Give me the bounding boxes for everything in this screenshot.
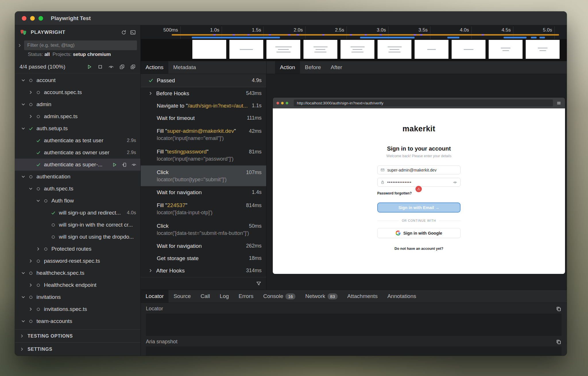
action-row-click[interactable]: Click107mslocator('button[type="submit"]… <box>141 165 266 186</box>
watch-all-icon[interactable] <box>108 64 114 70</box>
sidebar-item-auth-spec-ts[interactable]: auth.spec.ts <box>15 183 140 195</box>
filter-input[interactable] <box>24 40 137 50</box>
chevron-down-icon[interactable] <box>21 174 26 179</box>
chevron-right-icon[interactable] <box>28 258 33 264</box>
sidebar-item-account[interactable]: account <box>15 74 140 86</box>
chevron-right-icon[interactable] <box>28 307 33 312</box>
hamburger-menu-icon[interactable] <box>556 101 561 106</box>
open-external-icon[interactable] <box>558 61 567 74</box>
chevron-down-icon[interactable] <box>21 126 26 131</box>
chevron-down-icon[interactable] <box>21 295 26 300</box>
action-row-navigate-to[interactable]: Navigate to "/auth/sign-in?next=/aut...1… <box>141 100 266 112</box>
locator-editor[interactable] <box>146 313 562 336</box>
filmstrip-thumbnail[interactable] <box>341 40 374 59</box>
action-row-before-hooks[interactable]: Before Hooks543ms <box>141 87 266 100</box>
email-field[interactable]: super-admin@makerkit.dev <box>377 165 461 174</box>
action-row-get-storage-state[interactable]: Get storage state18ms <box>141 252 266 264</box>
sidebar-item-auth-setup-ts[interactable]: auth.setup.ts <box>15 122 140 135</box>
timeline-strip[interactable]: 500ms1.0s1.5s2.0s2.5s3.0s3.5s4.0s4.5s5.0… <box>141 25 567 61</box>
sidebar-item-healthcheck-endpoint[interactable]: Healthcheck endpoint <box>15 279 140 291</box>
sidebar-item-account-spec-ts[interactable]: account.spec.ts <box>15 86 140 98</box>
sidebar-item-auth-flow[interactable]: Auth flow <box>15 195 140 207</box>
tab-actions[interactable]: Actions <box>141 61 168 74</box>
chevron-down-icon[interactable] <box>36 198 41 203</box>
open-source-icon[interactable] <box>121 162 127 167</box>
sidebar-item-authenticate-as-test-user[interactable]: authenticate as test user2.9s <box>15 135 140 147</box>
tab-after[interactable]: After <box>326 61 347 74</box>
action-row-wait-for-timeout[interactable]: Wait for timeout111ms <box>141 112 266 124</box>
chevron-right-icon[interactable] <box>148 268 153 273</box>
tab-console[interactable]: Console16 <box>258 290 300 303</box>
watch-icon[interactable] <box>131 162 137 167</box>
tab-action[interactable]: Action <box>275 61 300 74</box>
signin-google-button[interactable]: Sign in with Google <box>377 228 461 238</box>
tab-network[interactable]: Network83 <box>300 290 342 303</box>
tab-errors[interactable]: Errors <box>234 290 258 303</box>
chevron-right-icon[interactable] <box>28 90 33 95</box>
filter-funnel-icon[interactable] <box>256 281 262 287</box>
sidebar-item-team-accounts[interactable]: team-accounts <box>15 315 140 327</box>
filmstrip-thumbnail[interactable] <box>229 40 263 59</box>
sidebar-item-authenticate-as-super[interactable]: authenticate as super-... <box>15 159 140 171</box>
action-row-wait-for-navigation[interactable]: Wait for navigation1.4s <box>141 186 266 198</box>
tab-attachments[interactable]: Attachments <box>343 290 383 303</box>
tab-call[interactable]: Call <box>196 290 215 303</box>
chevron-down-icon[interactable] <box>21 78 26 83</box>
tab-locator[interactable]: Locator <box>141 290 169 303</box>
show-password-icon[interactable] <box>453 180 457 185</box>
chevron-right-icon[interactable] <box>148 91 153 96</box>
terminal-icon[interactable] <box>130 30 136 35</box>
tab-before[interactable]: Before <box>300 61 326 74</box>
copy-icon[interactable] <box>556 306 562 312</box>
expand-all-icon[interactable] <box>130 64 136 70</box>
chevron-right-icon[interactable] <box>17 43 22 48</box>
forgot-password-link[interactable]: Password forgotten? <box>377 191 412 195</box>
password-field[interactable]: •••••••••••••• <box>377 178 461 187</box>
close-window-button[interactable] <box>22 16 26 21</box>
minimize-window-button[interactable] <box>30 16 35 21</box>
sidebar-item-password-reset-spec-ts[interactable]: password-reset.spec.ts <box>15 255 140 267</box>
sidebar-item-invitations-spec-ts[interactable]: invitations.spec.ts <box>15 303 140 315</box>
run-all-icon[interactable] <box>86 64 92 70</box>
tab-metadata[interactable]: Metadata <box>168 61 201 74</box>
sidebar-item-will-sign-up-and-redirect[interactable]: will sign-up and redirect...4.0s <box>15 207 140 219</box>
chevron-down-icon[interactable] <box>21 270 26 276</box>
sidebar-item-authentication[interactable]: authentication <box>15 171 140 183</box>
sidebar-item-authenticate-as-owner-user[interactable]: authenticate as owner user2.9s <box>15 147 140 159</box>
pick-locator-icon[interactable] <box>266 61 275 74</box>
chevron-right-icon[interactable] <box>28 283 33 288</box>
sidebar-item-admin-spec-ts[interactable]: admin.spec.ts <box>15 110 140 122</box>
run-test-icon[interactable] <box>112 162 117 167</box>
section-testing-options[interactable]: TESTING OPTIONS <box>15 329 140 342</box>
filmstrip-thumbnail[interactable] <box>452 40 486 59</box>
filmstrip-thumbnail[interactable] <box>415 40 448 59</box>
sidebar-item-admin[interactable]: admin <box>15 98 140 110</box>
chevron-down-icon[interactable] <box>28 186 33 191</box>
filmstrip-thumbnail[interactable] <box>378 40 411 59</box>
filmstrip-thumbnail[interactable] <box>266 40 300 59</box>
chevron-right-icon[interactable] <box>36 246 41 252</box>
collapse-all-icon[interactable] <box>119 64 125 70</box>
sidebar-item-will-sign-out-using-the-dropdo[interactable]: will sign out using the dropdo... <box>15 231 140 243</box>
aria-snapshot-editor[interactable] <box>146 346 562 356</box>
sidebar-item-will-sign-in-with-the-correct-cr[interactable]: will sign-in with the correct cr... <box>15 219 140 231</box>
tab-annotations[interactable]: Annotations <box>382 290 421 303</box>
url-bar[interactable]: http://localhost:3000/auth/sign-in?next=… <box>294 100 553 106</box>
sidebar-item-protected-routes[interactable]: Protected routes <box>15 243 140 255</box>
filmstrip-thumbnail[interactable] <box>303 40 337 59</box>
filmstrip-thumbnail[interactable] <box>526 40 560 59</box>
chevron-down-icon[interactable] <box>21 102 26 107</box>
split-view-icon[interactable] <box>558 290 567 303</box>
zoom-window-button[interactable] <box>38 16 43 21</box>
action-row-after-hooks[interactable]: After Hooks314ms <box>141 264 266 277</box>
action-row-wait-for-navigation[interactable]: Wait for navigation262ms <box>141 240 266 252</box>
action-row-fill[interactable]: Fill "224537"814mslocator('[data-input-o… <box>141 198 266 219</box>
signup-link[interactable]: Do not have an account yet? <box>377 247 461 251</box>
chevron-right-icon[interactable] <box>28 114 33 119</box>
section-settings[interactable]: SETTINGS <box>15 342 140 356</box>
copy-icon[interactable] <box>556 339 562 345</box>
sidebar-item-healthcheck-spec-ts[interactable]: healthcheck.spec.ts <box>15 267 140 279</box>
filmstrip-thumbnail[interactable] <box>489 40 523 59</box>
signin-email-button[interactable]: Sign in with Email → <box>377 202 461 213</box>
chevron-down-icon[interactable] <box>21 319 26 324</box>
